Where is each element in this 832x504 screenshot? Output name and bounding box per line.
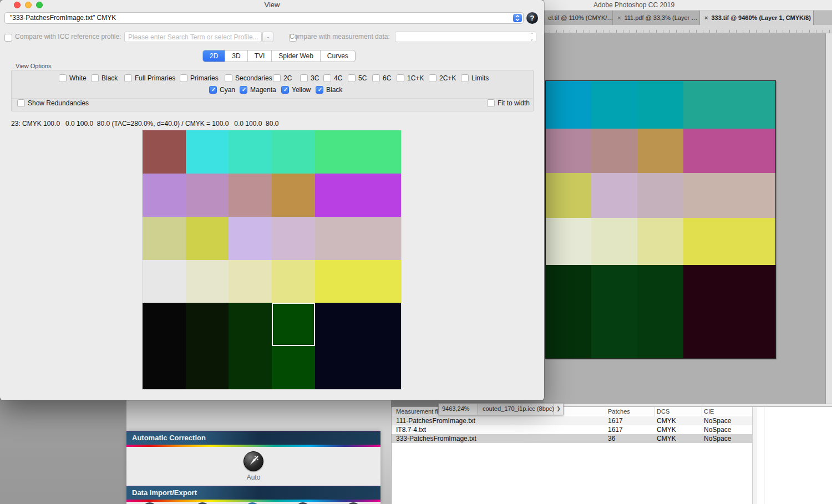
help-button[interactable]: ?: [526, 12, 538, 24]
patch-cell[interactable]: [229, 174, 272, 217]
patch-cell[interactable]: [186, 174, 229, 217]
close-icon[interactable]: ×: [617, 14, 621, 21]
option-white[interactable]: White: [59, 74, 87, 82]
ps-tab-111-pdf-[interactable]: ×111.pdf @ 33,3% (Layer …: [613, 11, 700, 25]
photoshop-scrollbar[interactable]: [825, 33, 832, 404]
photoshop-canvas[interactable]: [544, 33, 826, 404]
patch-cell[interactable]: [143, 217, 186, 260]
option-black[interactable]: Black: [91, 74, 118, 82]
option-primaries[interactable]: Primaries: [180, 74, 219, 82]
patch-cell[interactable]: [315, 130, 358, 174]
minimize-button[interactable]: [25, 2, 32, 8]
patch-cell[interactable]: [186, 130, 229, 174]
option-yellow[interactable]: ✓Yellow: [281, 86, 311, 94]
zoom-percentage-field[interactable]: 9463,24%: [439, 404, 478, 415]
status-chevron-icon[interactable]: ❯: [554, 404, 563, 415]
checkbox[interactable]: [300, 74, 308, 82]
measurement-data-dropdown[interactable]: ⌃⌄: [395, 32, 536, 42]
checkbox[interactable]: [59, 74, 67, 82]
close-icon[interactable]: ×: [704, 14, 708, 21]
option-magenta[interactable]: ✓Magenta: [240, 86, 276, 94]
checkbox[interactable]: ✓: [240, 86, 247, 94]
patch-cell[interactable]: [315, 303, 358, 346]
column-dcs[interactable]: DCS: [657, 408, 669, 415]
option-full-primaries[interactable]: Full Primaries: [124, 74, 175, 82]
patch-cell[interactable]: [186, 303, 229, 346]
patch-cell[interactable]: [272, 346, 315, 389]
patch-cell[interactable]: [272, 217, 315, 260]
checkbox[interactable]: [487, 99, 495, 107]
profile-combo-button[interactable]: ⌄: [262, 32, 273, 42]
patch-cell[interactable]: [229, 260, 272, 303]
patch-cell[interactable]: [143, 303, 186, 346]
tab-spider-web[interactable]: Spider Web: [272, 50, 320, 62]
ps-tab-333-tif-[interactable]: ×333.tif @ 9460% (Layer 1, CMYK/8): [700, 11, 814, 25]
compare-icc-checkbox[interactable]: [4, 34, 12, 42]
show-redundancies-option[interactable]: Show Redundancies: [17, 99, 89, 107]
column-cie[interactable]: CIE: [704, 408, 714, 415]
table-row[interactable]: 333-PatchesFromImage.txt36CMYKNoSpace: [392, 434, 752, 443]
patch-cell[interactable]: [229, 303, 272, 346]
option-limits[interactable]: Limits: [461, 74, 489, 82]
close-button[interactable]: [14, 2, 21, 8]
patch-cell[interactable]: [143, 346, 186, 389]
profile-dropdown[interactable]: "333-PatchesFromImage.txt" CMYK: [4, 12, 524, 24]
tab-2d[interactable]: 2D: [203, 50, 225, 62]
patch-cell[interactable]: [143, 130, 186, 174]
patch-cell[interactable]: [358, 174, 401, 217]
patch-cell[interactable]: [358, 217, 401, 260]
patch-cell[interactable]: [229, 217, 272, 260]
auto-correction-button[interactable]: [243, 451, 263, 471]
option-3c[interactable]: 3C: [300, 74, 319, 82]
checkbox[interactable]: [348, 74, 356, 82]
tab-curves[interactable]: Curves: [321, 50, 355, 62]
patch-cell[interactable]: [143, 260, 186, 303]
tab-3d[interactable]: 3D: [225, 50, 247, 62]
option-1c-k[interactable]: 1C+K: [397, 74, 424, 82]
patch-cell[interactable]: [358, 260, 401, 303]
tab-tvi[interactable]: TVI: [248, 50, 272, 62]
checkbox[interactable]: ✓: [316, 86, 323, 94]
checkbox[interactable]: [429, 74, 437, 82]
patch-cell[interactable]: [315, 260, 358, 303]
checkbox[interactable]: [180, 74, 187, 82]
patch-cell[interactable]: [315, 217, 358, 260]
patch-cell[interactable]: [315, 174, 358, 217]
option-5c[interactable]: 5C: [348, 74, 367, 82]
option-secondaries[interactable]: Secondaries: [225, 74, 272, 82]
patch-cell[interactable]: [272, 260, 315, 303]
patch-cell-selected[interactable]: [272, 303, 315, 346]
patch-cell[interactable]: [229, 346, 272, 389]
checkbox[interactable]: [124, 74, 132, 82]
checkbox[interactable]: [461, 74, 469, 82]
option-black[interactable]: ✓Black: [316, 86, 342, 94]
patch-cell[interactable]: [358, 130, 401, 174]
option-2c[interactable]: 2C: [273, 74, 292, 82]
files-scrollbar[interactable]: [752, 407, 757, 504]
checkbox[interactable]: [323, 74, 331, 82]
zoom-button[interactable]: [36, 2, 43, 8]
patch-cell[interactable]: [272, 130, 315, 174]
option-6c[interactable]: 6C: [372, 74, 391, 82]
checkbox[interactable]: ✓: [281, 86, 289, 94]
checkbox[interactable]: ✓: [209, 86, 217, 94]
option-4c[interactable]: 4C: [323, 74, 342, 82]
table-row[interactable]: 111-PatchesFromImage.txt1617CMYKNoSpace: [392, 416, 752, 425]
dropdown-stepper-icon[interactable]: [513, 14, 522, 22]
patch-cell[interactable]: [186, 260, 229, 303]
column-patches[interactable]: Patches: [608, 408, 630, 415]
patch-cell[interactable]: [358, 346, 401, 389]
checkbox[interactable]: [225, 74, 232, 82]
option-cyan[interactable]: ✓Cyan: [209, 86, 235, 94]
ps-tab-el-tif-1[interactable]: el.tif @ 110% (CMYK/…: [544, 11, 613, 25]
patch-cell[interactable]: [229, 130, 272, 174]
fit-to-width-option[interactable]: Fit to width: [487, 99, 530, 107]
patch-cell[interactable]: [143, 174, 186, 217]
checkbox[interactable]: [91, 74, 99, 82]
checkbox[interactable]: [372, 74, 380, 82]
checkbox[interactable]: [273, 74, 281, 82]
checkbox[interactable]: [17, 99, 25, 107]
patch-cell[interactable]: [315, 346, 358, 389]
option-2c-k[interactable]: 2C+K: [429, 74, 456, 82]
patch-cell[interactable]: [358, 303, 401, 346]
